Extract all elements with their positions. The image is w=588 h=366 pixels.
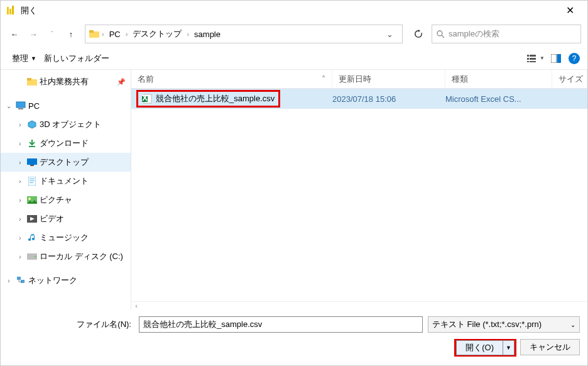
filename-label: ファイル名(N):	[8, 319, 134, 330]
svg-text:X: X	[142, 94, 148, 103]
svg-rect-12	[530, 61, 536, 62]
file-pane: 名前 ˄ 更新日時 種類 サイズ X 競合他社の売上比較_sample.csv	[131, 70, 587, 310]
desktop-icon	[27, 157, 37, 167]
svg-rect-23	[30, 179, 35, 179]
chevron-right-icon[interactable]: ›	[187, 30, 189, 38]
sidebar-item-network[interactable]: › ネットワーク	[1, 271, 131, 290]
document-icon	[27, 176, 37, 186]
help-button[interactable]: ?	[569, 53, 580, 64]
refresh-button[interactable]	[409, 25, 428, 43]
chevron-down-icon[interactable]: ⌄	[4, 103, 13, 109]
chevron-right-icon[interactable]: ›	[4, 277, 13, 284]
open-button[interactable]: 開く(O)	[456, 340, 503, 355]
open-button-highlight: 開く(O) ▼	[454, 339, 516, 357]
chevron-right-icon[interactable]: ›	[16, 178, 24, 185]
back-arrow-icon[interactable]: ←	[7, 26, 22, 42]
svg-rect-18	[18, 108, 23, 109]
svg-rect-7	[527, 55, 529, 57]
sidebar-item-music[interactable]: › ミュージック	[1, 228, 131, 247]
chevron-right-icon[interactable]: ›	[102, 30, 104, 38]
up-arrow-icon[interactable]: ↑	[63, 26, 79, 42]
sidebar-item-downloads[interactable]: › ダウンロード	[1, 134, 131, 153]
breadcrumb-dropdown-icon[interactable]: ⌄	[381, 30, 398, 39]
svg-rect-2	[12, 6, 14, 14]
sidebar-item-documents[interactable]: › ドキュメント	[1, 172, 131, 191]
breadcrumb-folder[interactable]: sample	[192, 28, 223, 40]
sidebar-item-pc[interactable]: ⌄ PC	[1, 96, 131, 115]
chevron-down-icon: ⌄	[570, 321, 575, 328]
filename-input[interactable]	[139, 316, 423, 333]
chevron-right-icon[interactable]: ›	[16, 159, 24, 166]
svg-rect-16	[27, 78, 31, 80]
open-dropdown-button[interactable]: ▼	[503, 340, 514, 355]
dialog-title: 開く	[21, 5, 557, 16]
highlighted-filename: X 競合他社の売上比較_sample.csv	[136, 90, 280, 108]
breadcrumb-pc[interactable]: PC	[107, 28, 123, 40]
app-icon	[6, 6, 16, 16]
folder-icon	[27, 77, 37, 87]
new-folder-button[interactable]: 新しいフォルダー	[40, 50, 113, 67]
sort-asc-icon: ˄	[319, 74, 328, 84]
button-row: 開く(O) ▼ キャンセル	[8, 339, 580, 357]
svg-rect-14	[557, 54, 561, 63]
nav-row: ← → ˇ ↑ › PC › デスクトップ › sample ⌄ sampleの…	[1, 21, 587, 47]
column-type[interactable]: 種類	[445, 70, 552, 88]
svg-rect-25	[30, 182, 33, 183]
preview-pane-button[interactable]	[547, 50, 565, 67]
svg-rect-21	[30, 165, 34, 166]
download-icon	[27, 138, 37, 148]
sidebar-item-desktop[interactable]: › デスクトップ	[1, 153, 131, 172]
search-icon	[436, 30, 445, 38]
sidebar-item-shared[interactable]: 社内業務共有 📌	[1, 72, 131, 91]
search-box[interactable]: sampleの検索	[432, 25, 581, 43]
chevron-down-icon: ▼	[31, 55, 36, 62]
open-dialog: 開く ✕ ← → ˇ ↑ › PC › デスクトップ › sample ⌄ sa…	[0, 0, 588, 366]
sidebar: 社内業務共有 📌 ⌄ PC › 3D オブジェクト › ダウンロード ›	[1, 70, 131, 310]
filename-row: ファイル名(N): テキスト File (*.txt;*.csv;*.prn) …	[8, 316, 580, 333]
organize-button[interactable]: 整理 ▼	[8, 50, 40, 67]
close-button[interactable]: ✕	[557, 1, 582, 21]
view-options-button[interactable]: ▼	[527, 50, 545, 67]
filetype-select[interactable]: テキスト File (*.txt;*.csv;*.prn) ⌄	[428, 316, 580, 333]
column-name[interactable]: 名前 ˄	[131, 70, 332, 88]
chevron-right-icon[interactable]: ›	[16, 216, 24, 223]
sidebar-item-localdisk[interactable]: › ローカル ディスク (C:)	[1, 247, 131, 266]
chevron-right-icon[interactable]: ›	[126, 30, 128, 38]
title-bar: 開く ✕	[1, 1, 587, 21]
recent-dropdown-icon[interactable]: ˇ	[45, 26, 60, 42]
dialog-body: 社内業務共有 📌 ⌄ PC › 3D オブジェクト › ダウンロード ›	[1, 70, 587, 310]
cube-icon	[27, 119, 37, 130]
forward-arrow-icon[interactable]: →	[26, 26, 41, 42]
chevron-right-icon[interactable]: ›	[16, 197, 24, 204]
svg-rect-17	[16, 102, 25, 108]
svg-rect-11	[527, 61, 529, 62]
chevron-right-icon[interactable]: ›	[16, 121, 24, 128]
sidebar-item-videos[interactable]: › ビデオ	[1, 209, 131, 228]
svg-point-27	[28, 197, 31, 200]
drive-icon	[27, 252, 37, 262]
folder-icon	[89, 30, 99, 38]
pin-icon: 📌	[117, 78, 126, 86]
svg-rect-24	[30, 180, 35, 181]
breadcrumb-desktop[interactable]: デスクトップ	[130, 27, 184, 41]
svg-rect-31	[17, 277, 21, 280]
file-list: X 競合他社の売上比較_sample.csv 2023/07/18 15:06 …	[131, 89, 587, 301]
sidebar-item-3d[interactable]: › 3D オブジェクト	[1, 115, 131, 134]
chevron-right-icon[interactable]: ›	[16, 253, 24, 260]
music-icon	[27, 233, 37, 243]
column-date[interactable]: 更新日時	[332, 70, 445, 88]
video-icon	[27, 214, 37, 224]
svg-rect-10	[530, 58, 536, 60]
svg-point-30	[35, 256, 36, 257]
cancel-button[interactable]: キャンセル	[520, 339, 580, 355]
svg-rect-19	[29, 146, 35, 147]
sidebar-item-pictures[interactable]: › ピクチャ	[1, 191, 131, 209]
svg-rect-20	[27, 158, 37, 165]
column-size[interactable]: サイズ	[552, 70, 587, 88]
horizontal-scrollbar[interactable]: ‹	[131, 301, 587, 310]
chevron-right-icon[interactable]: ›	[16, 235, 24, 241]
file-row[interactable]: X 競合他社の売上比較_sample.csv 2023/07/18 15:06 …	[131, 89, 587, 109]
breadcrumb[interactable]: › PC › デスクトップ › sample ⌄	[85, 25, 403, 43]
chevron-right-icon[interactable]: ›	[16, 140, 24, 147]
pc-icon	[16, 101, 26, 111]
